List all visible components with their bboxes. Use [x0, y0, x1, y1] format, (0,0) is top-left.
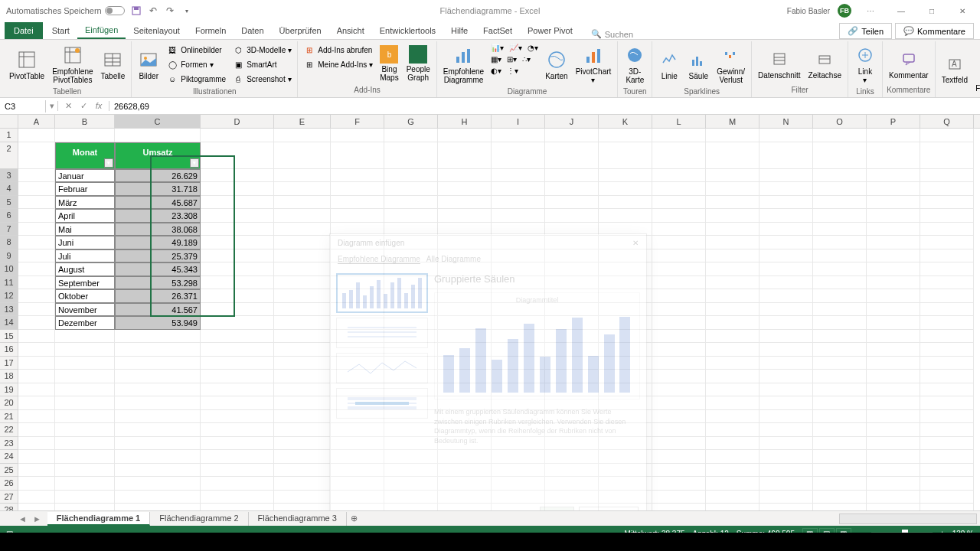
- cell[interactable]: [115, 357, 201, 370]
- cell[interactable]: [55, 464, 115, 478]
- cell[interactable]: [201, 196, 274, 210]
- cell[interactable]: [115, 464, 201, 478]
- row-header[interactable]: 26: [0, 477, 18, 491]
- cell[interactable]: [384, 196, 438, 210]
- cell[interactable]: [652, 236, 706, 249]
- cell[interactable]: [55, 129, 115, 142]
- cell[interactable]: [652, 129, 706, 142]
- cell[interactable]: [760, 169, 813, 183]
- enter-formula-icon[interactable]: ✓: [77, 101, 90, 111]
- get-addins-button[interactable]: ⊞Add-Ins abrufen: [301, 43, 375, 57]
- cell[interactable]: [201, 410, 274, 424]
- cell[interactable]: [813, 182, 867, 196]
- cell[interactable]: [115, 504, 201, 510]
- column-header[interactable]: I: [492, 115, 545, 128]
- cell[interactable]: [920, 276, 974, 290]
- cell[interactable]: [201, 223, 274, 236]
- cell[interactable]: [920, 249, 974, 263]
- cell[interactable]: [920, 491, 974, 504]
- autosave-toggle[interactable]: Automatisches Speichern: [6, 6, 125, 15]
- cell[interactable]: [201, 396, 274, 410]
- cell[interactable]: [18, 182, 55, 196]
- ribbon-tab-daten[interactable]: Daten: [234, 22, 271, 39]
- cell[interactable]: [867, 504, 920, 510]
- cell[interactable]: [706, 223, 760, 236]
- cell[interactable]: [760, 491, 813, 504]
- cell[interactable]: 26.629: [115, 169, 201, 183]
- cell[interactable]: [760, 142, 813, 169]
- row-header[interactable]: 27: [0, 491, 18, 504]
- ribbon-tab-einfügen[interactable]: Einfügen: [77, 22, 126, 39]
- cell[interactable]: [274, 129, 331, 142]
- cell[interactable]: [18, 249, 55, 263]
- row-header[interactable]: 8: [0, 236, 18, 249]
- row-header[interactable]: 20: [0, 396, 18, 410]
- cell[interactable]: [760, 209, 813, 223]
- cell[interactable]: [18, 276, 55, 290]
- ribbon-tab-entwicklertools[interactable]: Entwicklertools: [372, 22, 443, 39]
- cell[interactable]: [760, 262, 813, 276]
- cell[interactable]: [706, 182, 760, 196]
- maps-button[interactable]: Karten: [542, 43, 570, 86]
- sparkline-column-button[interactable]: Säule: [684, 43, 712, 86]
- ok-button[interactable]: OK: [540, 507, 573, 510]
- column-header[interactable]: N: [760, 115, 813, 128]
- cell[interactable]: [813, 357, 867, 370]
- cell[interactable]: [706, 316, 760, 330]
- cell[interactable]: [706, 236, 760, 249]
- cell[interactable]: [813, 169, 867, 183]
- cell[interactable]: [545, 196, 599, 210]
- user-avatar[interactable]: FB: [838, 4, 851, 18]
- cell[interactable]: [867, 276, 920, 290]
- cell[interactable]: [201, 276, 274, 290]
- cell[interactable]: [274, 383, 331, 397]
- cell[interactable]: [920, 316, 974, 330]
- cell[interactable]: [706, 437, 760, 451]
- row-header[interactable]: 28: [0, 504, 18, 510]
- cell[interactable]: [201, 423, 274, 437]
- cell[interactable]: [813, 330, 867, 344]
- cell[interactable]: [492, 182, 545, 196]
- cell[interactable]: [18, 357, 55, 370]
- cell[interactable]: [201, 129, 274, 142]
- row-header[interactable]: 13: [0, 303, 18, 317]
- cell[interactable]: [760, 437, 813, 451]
- row-header[interactable]: 1: [0, 129, 18, 142]
- cell[interactable]: [652, 142, 706, 169]
- qat-customize-icon[interactable]: ▾: [181, 5, 192, 16]
- cell[interactable]: [652, 491, 706, 504]
- cell[interactable]: [760, 289, 813, 303]
- cell[interactable]: August: [55, 262, 115, 276]
- cell[interactable]: [599, 142, 652, 169]
- cell[interactable]: [545, 169, 599, 183]
- cell[interactable]: [760, 396, 813, 410]
- textbox-button[interactable]: ATextfeld: [939, 43, 971, 94]
- cell[interactable]: [274, 262, 331, 276]
- cell[interactable]: [492, 169, 545, 183]
- column-header[interactable]: J: [545, 115, 599, 128]
- column-header[interactable]: G: [384, 115, 438, 128]
- row-header[interactable]: 3: [0, 169, 18, 183]
- link-button[interactable]: Link▾: [851, 43, 879, 86]
- cell[interactable]: [18, 196, 55, 210]
- cell[interactable]: Juni: [55, 236, 115, 249]
- cell[interactable]: [18, 396, 55, 410]
- cell[interactable]: [813, 491, 867, 504]
- cell[interactable]: [867, 209, 920, 223]
- cell[interactable]: [813, 209, 867, 223]
- cell[interactable]: [652, 276, 706, 290]
- share-button[interactable]: 🔗 Teilen: [839, 23, 892, 39]
- cell[interactable]: [115, 370, 201, 383]
- cell[interactable]: [274, 223, 331, 236]
- cell[interactable]: [920, 383, 974, 397]
- cell[interactable]: [920, 129, 974, 142]
- cell[interactable]: [920, 477, 974, 491]
- cell[interactable]: [331, 182, 384, 196]
- cell[interactable]: [492, 209, 545, 223]
- cell[interactable]: [867, 142, 920, 169]
- cell[interactable]: [920, 343, 974, 357]
- bing-maps-button[interactable]: bBing Maps: [377, 43, 401, 84]
- cell[interactable]: [760, 370, 813, 383]
- cell[interactable]: [115, 343, 201, 357]
- cell[interactable]: [201, 249, 274, 263]
